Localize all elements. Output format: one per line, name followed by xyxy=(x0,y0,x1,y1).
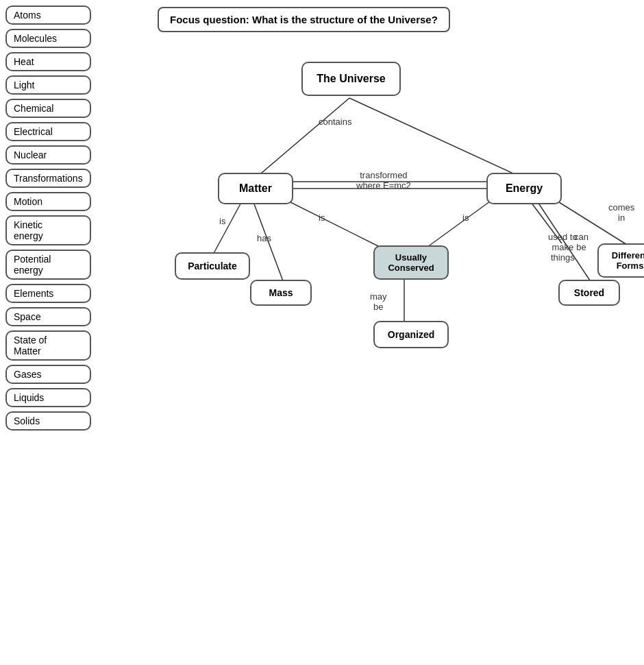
label-used-to: used to make things xyxy=(548,232,578,263)
node-organized[interactable]: Organized xyxy=(373,321,449,348)
label-comes-in: comes in xyxy=(608,202,634,223)
sidebar-item-elements[interactable]: Elements xyxy=(5,284,91,303)
label-contains: contains xyxy=(319,117,351,127)
sidebar-item-liquids[interactable]: Liquids xyxy=(5,388,91,407)
sidebar-item-electrical[interactable]: Electrical xyxy=(5,122,91,141)
sidebar-item-solids[interactable]: Solids xyxy=(5,411,91,431)
svg-line-4 xyxy=(212,199,243,256)
sidebar-item-molecules[interactable]: Molecules xyxy=(5,29,91,48)
sidebar-item-nuclear[interactable]: Nuclear xyxy=(5,145,91,165)
sidebar-item-heat[interactable]: Heat xyxy=(5,52,91,71)
label-is1: is xyxy=(219,216,225,226)
sidebar-item-motion[interactable]: Motion xyxy=(5,192,91,211)
sidebar-item-kinetic-energy[interactable]: Kinetic energy xyxy=(5,215,91,245)
svg-line-1 xyxy=(349,98,521,177)
diagram-area: Focus question: What is the structure of… xyxy=(137,0,644,665)
sidebar-item-transformations[interactable]: Transformations xyxy=(5,169,91,188)
node-mass[interactable]: Mass xyxy=(250,280,312,306)
node-usually-conserved[interactable]: Usually Conserved xyxy=(373,245,449,280)
sidebar-item-atoms[interactable]: Atoms xyxy=(5,5,91,25)
label-is2: is xyxy=(319,213,325,223)
label-transformed: transformed where E=mc2 xyxy=(356,170,411,191)
svg-line-5 xyxy=(253,202,284,285)
label-can-be: can be xyxy=(574,232,589,252)
node-particulate[interactable]: Particulate xyxy=(175,252,250,280)
node-universe[interactable]: The Universe xyxy=(301,62,401,96)
sidebar-item-light[interactable]: Light xyxy=(5,75,91,95)
sidebar-item-state-of-matter[interactable]: State of Matter xyxy=(5,330,91,361)
sidebar: Atoms Molecules Heat Light Chemical Elec… xyxy=(5,5,91,431)
label-is3: is xyxy=(462,213,469,223)
node-stored[interactable]: Stored xyxy=(558,280,620,306)
node-energy[interactable]: Energy xyxy=(486,173,562,204)
label-has: has xyxy=(257,233,271,243)
svg-line-0 xyxy=(257,98,349,177)
sidebar-item-potential-energy[interactable]: Potential energy xyxy=(5,250,91,280)
sidebar-item-chemical[interactable]: Chemical xyxy=(5,99,91,118)
sidebar-item-gases[interactable]: Gases xyxy=(5,365,91,384)
node-matter[interactable]: Matter xyxy=(218,173,293,204)
focus-question: Focus question: What is the structure of… xyxy=(158,7,450,32)
sidebar-item-space[interactable]: Space xyxy=(5,307,91,326)
label-may-be: may be xyxy=(370,291,387,312)
node-different-forms[interactable]: Different Forms xyxy=(597,243,644,278)
